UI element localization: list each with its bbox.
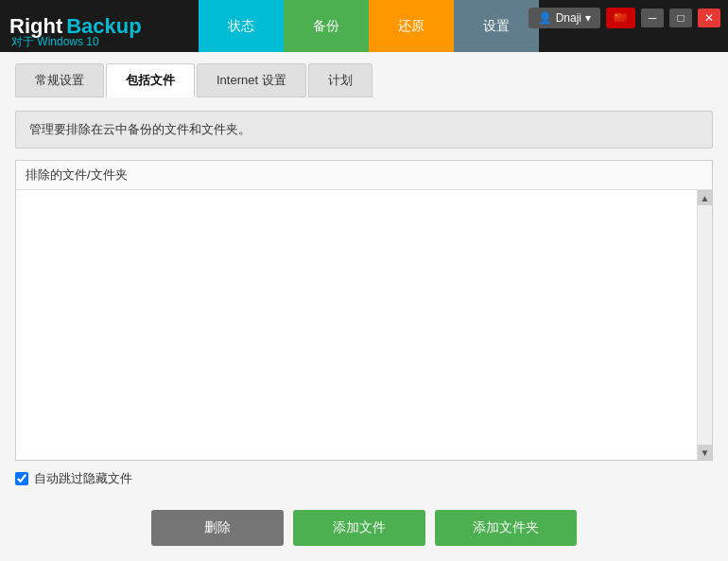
scrollbar[interactable]: ▲ ▼: [697, 190, 712, 460]
file-list-body[interactable]: ▲ ▼: [16, 190, 712, 460]
file-list-header: 排除的文件/文件夹: [16, 161, 712, 190]
tab-settings[interactable]: 设置: [454, 0, 539, 52]
main-content: 常规设置 包括文件 Internet 设置 计划 管理要排除在云中备份的文件和文…: [0, 52, 728, 561]
skip-hidden-files-label: 自动跳过隐藏文件: [34, 470, 132, 487]
nav-tabs: 状态 备份 还原 设置: [199, 0, 539, 52]
file-list-container: 排除的文件/文件夹 ▲ ▼: [15, 160, 713, 461]
scrollbar-thumb: [699, 205, 712, 445]
tab-general-settings[interactable]: 常规设置: [15, 63, 104, 97]
app-subtitle: 对于 Windows 10: [11, 34, 99, 50]
user-icon: 👤: [538, 11, 552, 25]
chevron-down-icon: ▾: [585, 11, 591, 25]
tab-backup[interactable]: 备份: [284, 0, 369, 52]
tab-restore[interactable]: 还原: [369, 0, 454, 52]
bottom-buttons: 删除 添加文件 添加文件夹: [15, 502, 713, 550]
skip-hidden-files-row: 自动跳过隐藏文件: [15, 470, 713, 487]
maximize-button[interactable]: □: [669, 9, 692, 27]
settings-tabs: 常规设置 包括文件 Internet 设置 计划: [15, 63, 713, 97]
add-file-button[interactable]: 添加文件: [293, 510, 425, 546]
close-button[interactable]: ✕: [698, 9, 720, 27]
scroll-up-button[interactable]: ▲: [698, 190, 713, 205]
delete-button[interactable]: 删除: [151, 510, 284, 546]
description-box: 管理要排除在云中备份的文件和文件夹。: [15, 111, 713, 149]
tab-schedule[interactable]: 计划: [308, 63, 373, 97]
language-flag-button[interactable]: 🇨🇳: [606, 8, 635, 28]
skip-hidden-files-checkbox[interactable]: [15, 472, 28, 485]
tab-include-files[interactable]: 包括文件: [106, 63, 195, 97]
tab-internet-settings[interactable]: Internet 设置: [197, 63, 306, 97]
tab-status[interactable]: 状态: [199, 0, 284, 52]
add-folder-button[interactable]: 添加文件夹: [435, 510, 577, 546]
minimize-button[interactable]: ─: [641, 9, 664, 27]
window-controls: 👤 Dnaji ▾ 🇨🇳 ─ □ ✕: [529, 8, 720, 28]
scroll-down-button[interactable]: ▼: [698, 445, 713, 460]
user-button[interactable]: 👤 Dnaji ▾: [529, 8, 600, 28]
title-bar: Right Backup 对于 Windows 10 状态 备份 还原 设置 👤…: [0, 0, 728, 52]
